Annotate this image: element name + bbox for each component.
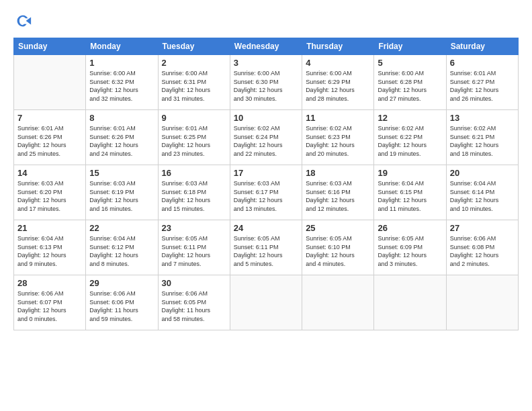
weekday-header-tuesday: Tuesday (158, 38, 230, 55)
day-info: Sunrise: 6:05 AM Sunset: 6:10 PM Dayligh… (306, 234, 370, 268)
day-info: Sunrise: 6:06 AM Sunset: 6:07 PM Dayligh… (17, 289, 82, 323)
calendar-cell: 22Sunrise: 6:04 AM Sunset: 6:12 PM Dayli… (86, 220, 158, 275)
day-info: Sunrise: 6:06 AM Sunset: 6:05 PM Dayligh… (162, 289, 226, 323)
day-info: Sunrise: 6:00 AM Sunset: 6:31 PM Dayligh… (162, 69, 226, 103)
calendar-cell: 14Sunrise: 6:03 AM Sunset: 6:20 PM Dayli… (14, 165, 86, 220)
weekday-header-saturday: Saturday (446, 38, 518, 55)
day-info: Sunrise: 6:04 AM Sunset: 6:14 PM Dayligh… (450, 179, 515, 213)
day-info: Sunrise: 6:06 AM Sunset: 6:06 PM Dayligh… (89, 289, 154, 323)
calendar-cell: 1Sunrise: 6:00 AM Sunset: 6:32 PM Daylig… (86, 55, 158, 110)
calendar-cell: 5Sunrise: 6:00 AM Sunset: 6:28 PM Daylig… (374, 55, 446, 110)
day-info: Sunrise: 6:01 AM Sunset: 6:26 PM Dayligh… (89, 124, 154, 158)
day-info: Sunrise: 6:01 AM Sunset: 6:27 PM Dayligh… (450, 69, 515, 103)
calendar-cell: 9Sunrise: 6:01 AM Sunset: 6:25 PM Daylig… (158, 110, 230, 165)
day-number: 25 (306, 223, 370, 233)
day-info: Sunrise: 6:05 AM Sunset: 6:11 PM Dayligh… (162, 234, 226, 268)
weekday-header-thursday: Thursday (302, 38, 374, 55)
calendar-cell: 24Sunrise: 6:05 AM Sunset: 6:11 PM Dayli… (230, 220, 302, 275)
day-number: 5 (378, 58, 442, 68)
day-number: 4 (306, 58, 370, 68)
day-number: 9 (162, 113, 226, 123)
calendar-cell: 21Sunrise: 6:04 AM Sunset: 6:13 PM Dayli… (14, 220, 86, 275)
calendar-cell: 6Sunrise: 6:01 AM Sunset: 6:27 PM Daylig… (446, 55, 518, 110)
day-info: Sunrise: 6:01 AM Sunset: 6:26 PM Dayligh… (17, 124, 82, 158)
calendar-cell: 23Sunrise: 6:05 AM Sunset: 6:11 PM Dayli… (158, 220, 230, 275)
day-info: Sunrise: 6:03 AM Sunset: 6:17 PM Dayligh… (234, 179, 298, 213)
day-info: Sunrise: 6:05 AM Sunset: 6:09 PM Dayligh… (378, 234, 442, 268)
day-number: 20 (450, 168, 515, 178)
calendar-cell: 20Sunrise: 6:04 AM Sunset: 6:14 PM Dayli… (446, 165, 518, 220)
day-info: Sunrise: 6:00 AM Sunset: 6:32 PM Dayligh… (89, 69, 154, 103)
weekday-header-wednesday: Wednesday (230, 38, 302, 55)
day-info: Sunrise: 6:01 AM Sunset: 6:25 PM Dayligh… (162, 124, 226, 158)
day-info: Sunrise: 6:00 AM Sunset: 6:28 PM Dayligh… (378, 69, 442, 103)
day-number: 2 (162, 58, 226, 68)
day-number: 13 (450, 113, 515, 123)
calendar-cell: 4Sunrise: 6:00 AM Sunset: 6:29 PM Daylig… (302, 55, 374, 110)
calendar-cell: 8Sunrise: 6:01 AM Sunset: 6:26 PM Daylig… (86, 110, 158, 165)
calendar-cell: 10Sunrise: 6:02 AM Sunset: 6:24 PM Dayli… (230, 110, 302, 165)
calendar-cell: 2Sunrise: 6:00 AM Sunset: 6:31 PM Daylig… (158, 55, 230, 110)
day-number: 29 (89, 278, 154, 288)
day-info: Sunrise: 6:03 AM Sunset: 6:16 PM Dayligh… (306, 179, 370, 213)
logo-icon (13, 12, 32, 31)
calendar-cell: 15Sunrise: 6:03 AM Sunset: 6:19 PM Dayli… (86, 165, 158, 220)
weekday-header-monday: Monday (86, 38, 158, 55)
day-number: 1 (89, 58, 154, 68)
calendar-cell: 29Sunrise: 6:06 AM Sunset: 6:06 PM Dayli… (86, 275, 158, 330)
day-number: 11 (306, 113, 370, 123)
day-number: 21 (17, 223, 82, 233)
logo (13, 12, 35, 31)
calendar-cell: 17Sunrise: 6:03 AM Sunset: 6:17 PM Dayli… (230, 165, 302, 220)
day-info: Sunrise: 6:02 AM Sunset: 6:21 PM Dayligh… (450, 124, 515, 158)
calendar-cell: 16Sunrise: 6:03 AM Sunset: 6:18 PM Dayli… (158, 165, 230, 220)
day-number: 14 (17, 168, 82, 178)
calendar-week-row: 7Sunrise: 6:01 AM Sunset: 6:26 PM Daylig… (14, 110, 519, 165)
day-info: Sunrise: 6:03 AM Sunset: 6:20 PM Dayligh… (17, 179, 82, 213)
day-number: 22 (89, 223, 154, 233)
weekday-header-sunday: Sunday (14, 38, 86, 55)
day-number: 28 (17, 278, 82, 288)
calendar-header-row: SundayMondayTuesdayWednesdayThursdayFrid… (14, 38, 519, 55)
day-info: Sunrise: 6:05 AM Sunset: 6:11 PM Dayligh… (234, 234, 298, 268)
day-info: Sunrise: 6:02 AM Sunset: 6:22 PM Dayligh… (378, 124, 442, 158)
calendar-cell: 3Sunrise: 6:00 AM Sunset: 6:30 PM Daylig… (230, 55, 302, 110)
calendar-page: SundayMondayTuesdayWednesdayThursdayFrid… (0, 0, 532, 411)
calendar-cell: 19Sunrise: 6:04 AM Sunset: 6:15 PM Dayli… (374, 165, 446, 220)
day-number: 17 (234, 168, 298, 178)
calendar-cell (230, 275, 302, 330)
calendar-cell: 12Sunrise: 6:02 AM Sunset: 6:22 PM Dayli… (374, 110, 446, 165)
calendar-cell: 28Sunrise: 6:06 AM Sunset: 6:07 PM Dayli… (14, 275, 86, 330)
calendar-cell: 27Sunrise: 6:06 AM Sunset: 6:08 PM Dayli… (446, 220, 518, 275)
day-info: Sunrise: 6:02 AM Sunset: 6:23 PM Dayligh… (306, 124, 370, 158)
calendar-week-row: 14Sunrise: 6:03 AM Sunset: 6:20 PM Dayli… (14, 165, 519, 220)
calendar-week-row: 21Sunrise: 6:04 AM Sunset: 6:13 PM Dayli… (14, 220, 519, 275)
day-number: 7 (17, 113, 82, 123)
calendar-cell: 7Sunrise: 6:01 AM Sunset: 6:26 PM Daylig… (14, 110, 86, 165)
day-info: Sunrise: 6:06 AM Sunset: 6:08 PM Dayligh… (450, 234, 515, 268)
calendar-week-row: 1Sunrise: 6:00 AM Sunset: 6:32 PM Daylig… (14, 55, 519, 110)
day-number: 12 (378, 113, 442, 123)
day-info: Sunrise: 6:00 AM Sunset: 6:30 PM Dayligh… (234, 69, 298, 103)
calendar-cell (446, 275, 518, 330)
day-number: 19 (378, 168, 442, 178)
day-number: 30 (162, 278, 226, 288)
day-number: 18 (306, 168, 370, 178)
calendar-cell: 11Sunrise: 6:02 AM Sunset: 6:23 PM Dayli… (302, 110, 374, 165)
day-number: 8 (89, 113, 154, 123)
page-header (13, 12, 519, 31)
day-number: 26 (378, 223, 442, 233)
calendar-cell (302, 275, 374, 330)
day-info: Sunrise: 6:04 AM Sunset: 6:13 PM Dayligh… (17, 234, 82, 268)
day-number: 16 (162, 168, 226, 178)
calendar-cell (14, 55, 86, 110)
calendar-week-row: 28Sunrise: 6:06 AM Sunset: 6:07 PM Dayli… (14, 275, 519, 330)
day-number: 10 (234, 113, 298, 123)
calendar-cell: 25Sunrise: 6:05 AM Sunset: 6:10 PM Dayli… (302, 220, 374, 275)
day-info: Sunrise: 6:03 AM Sunset: 6:18 PM Dayligh… (162, 179, 226, 213)
calendar-cell: 13Sunrise: 6:02 AM Sunset: 6:21 PM Dayli… (446, 110, 518, 165)
day-info: Sunrise: 6:04 AM Sunset: 6:15 PM Dayligh… (378, 179, 442, 213)
day-number: 6 (450, 58, 515, 68)
day-info: Sunrise: 6:00 AM Sunset: 6:29 PM Dayligh… (306, 69, 370, 103)
calendar-cell: 26Sunrise: 6:05 AM Sunset: 6:09 PM Dayli… (374, 220, 446, 275)
